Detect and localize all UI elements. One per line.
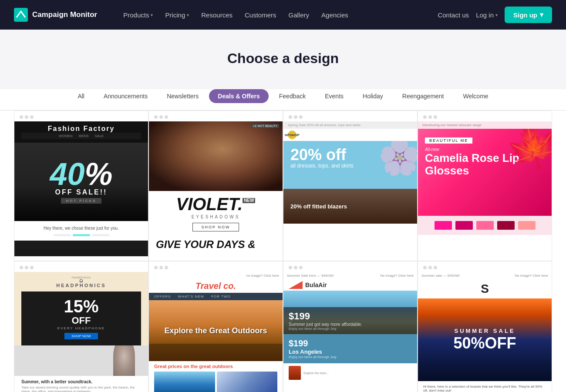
card-preview: Summer Sale from — 5/NOW! No image? Clic… <box>283 272 417 392</box>
chevron-down-icon: ▾ <box>151 13 153 17</box>
card-preview: Summer sale — 5/NOW! No image? Click her… <box>418 272 552 392</box>
promo-number: 40% <box>50 160 112 188</box>
nav-login[interactable]: Log in ▾ <box>476 11 498 19</box>
nav-gallery[interactable]: Gallery <box>283 9 315 21</box>
card-bulaair[interactable]: Summer Sale from — 5/NOW! No image? Clic… <box>283 261 418 392</box>
card-dots <box>149 261 283 272</box>
nav-agencies[interactable]: Agencies <box>316 9 354 21</box>
svg-rect-0 <box>14 8 28 22</box>
card-dots <box>418 111 552 121</box>
card-violet[interactable]: LE MOT BEAUTY VIOLET.NEW EYESHADOWS SHOP… <box>148 111 283 261</box>
card-preview: Fashion Factory WOMEN MENS SALE 40% OFF … <box>14 121 148 256</box>
nav-links: Products ▾ Pricing ▾ Resources Customers… <box>118 9 438 21</box>
svg-marker-1 <box>289 281 303 289</box>
logo-text: Campaign Monitor <box>32 10 97 19</box>
card-dots <box>283 261 417 272</box>
nav-customers[interactable]: Customers <box>239 9 282 21</box>
chevron-down-icon: ▾ <box>495 13 498 17</box>
filter-tabs: All Announcements Newsletters Deals & Of… <box>0 89 566 111</box>
nav-resources[interactable]: Resources <box>196 9 238 21</box>
card-dots <box>14 261 148 272</box>
card-preview: no image? Click here Travel co. OFFERS W… <box>149 272 283 392</box>
nav-contact[interactable]: Contact us <box>438 11 469 19</box>
card-preview: headphones 🎧 HEADPHONICS 15% OFF EVERY H… <box>14 272 148 392</box>
tab-holiday[interactable]: Holiday <box>354 89 392 103</box>
chevron-down-icon: ▾ <box>187 13 189 17</box>
shop-now-button: SHOP NOW <box>64 333 98 339</box>
violet-title: VIOLET.NEW <box>156 195 276 213</box>
card-preview: Spring Sale 20% off all dresses, tops an… <box>283 121 417 261</box>
card-preview: Introducing our newest skincare range 🍁 … <box>418 121 552 261</box>
nav-pricing[interactable]: Pricing ▾ <box>160 9 194 21</box>
logo[interactable]: Campaign Monitor <box>14 8 97 22</box>
signup-button[interactable]: Sign up ▾ <box>505 7 552 23</box>
card-dots <box>14 111 148 121</box>
card-dots <box>283 111 417 121</box>
fashion-title: Fashion Factory <box>21 125 141 133</box>
tab-reengagement[interactable]: Reengagement <box>394 89 453 103</box>
page-title: Choose a design <box>14 50 552 67</box>
tab-announcements[interactable]: Announcements <box>95 89 156 103</box>
card-headphones[interactable]: headphones 🎧 HEADPHONICS 15% OFF EVERY H… <box>14 261 148 392</box>
tab-newsletters[interactable]: Newsletters <box>158 89 207 103</box>
chevron-down-icon: ▾ <box>540 11 543 19</box>
tab-deals[interactable]: Deals & Offers <box>209 89 268 103</box>
nav-right: Contact us Log in ▾ Sign up ▾ <box>438 7 552 23</box>
card-dots <box>418 261 552 272</box>
card-camelia[interactable]: Introducing our newest skincare range 🍁 … <box>418 111 552 261</box>
tab-welcome[interactable]: Welcome <box>455 89 497 103</box>
card-dots <box>149 111 283 121</box>
card-footer-text: Hey there, we chose these just for you. <box>21 226 141 231</box>
card-travel[interactable]: no image? Click here Travel co. OFFERS W… <box>148 261 283 392</box>
shop-now-btn: SHOP NOW <box>192 223 239 231</box>
card-preview: LE MOT BEAUTY VIOLET.NEW EYESHADOWS SHOP… <box>149 121 283 261</box>
tab-all[interactable]: All <box>69 89 93 103</box>
card-fashion-factory[interactable]: Fashion Factory WOMEN MENS SALE 40% OFF … <box>14 111 148 261</box>
template-grid: Fashion Factory WOMEN MENS SALE 40% OFF … <box>0 111 566 392</box>
navbar: Campaign Monitor Products ▾ Pricing ▾ Re… <box>0 0 566 30</box>
tab-feedback[interactable]: Feedback <box>270 89 314 103</box>
nav-products[interactable]: Products ▾ <box>118 9 158 21</box>
hot-picks: HOT PICKS <box>61 198 102 204</box>
card-spring[interactable]: Spring Sale 20% off all dresses, tops an… <box>283 111 418 261</box>
tab-events[interactable]: Events <box>316 89 352 103</box>
promo-text: OFF SALE!! <box>55 188 108 196</box>
hero-section: Choose a design <box>0 30 566 89</box>
card-summer-skate[interactable]: Summer sale — 5/NOW! No image? Click her… <box>418 261 552 392</box>
